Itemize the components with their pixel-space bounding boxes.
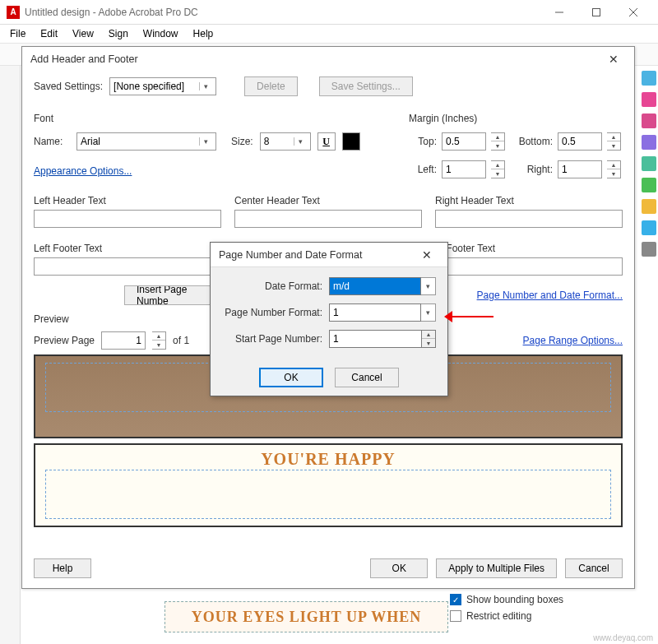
preview-page-label: Preview Page [34,335,95,346]
date-format-select[interactable]: m/d [329,277,421,295]
tool-icon[interactable] [642,178,656,192]
appearance-options-link[interactable]: Appearance Options... [34,165,132,177]
preview-footer-pane: YOU'RE HAPPY [34,443,623,527]
margin-group-label: Margin (Inches) [409,113,623,124]
close-button[interactable] [614,0,651,25]
menu-window[interactable]: Window [137,26,185,41]
margin-left-input[interactable]: 1 [442,160,486,178]
preview-footer-text: YOU'RE HAPPY [35,450,621,469]
minimize-button[interactable] [540,0,577,25]
left-footer-input[interactable] [34,257,221,276]
date-format-label: Date Format: [222,280,329,292]
font-size-label: Size: [231,136,253,147]
menu-help[interactable]: Help [187,26,220,41]
spinner[interactable]: ▲▼ [607,160,621,178]
page-number-format-select[interactable]: 1 [329,303,421,322]
delete-button[interactable]: Delete [244,76,298,96]
checkbox-label: Show bounding boxes [466,594,563,605]
menu-sign[interactable]: Sign [102,26,135,41]
dialog-title: Add Header and Footer [30,53,138,65]
margin-left-label: Left: [409,164,437,175]
chevron-down-icon: ▾ [199,82,212,90]
tool-icon[interactable] [642,220,656,235]
margin-right-input[interactable]: 1 [558,160,602,178]
saved-settings-value: [None specified] [114,81,199,92]
document-preview-strip: YOUR EYES LIGHT UP WHEN [164,601,448,632]
font-size-select[interactable]: 8 ▾ [260,132,311,151]
insert-page-number-button[interactable]: Insert Page Numbe [124,285,216,305]
saved-settings-select[interactable]: [None specified] ▾ [109,77,216,95]
saved-settings-label: Saved Settings: [34,81,103,92]
save-settings-button[interactable]: Save Settings... [319,76,413,96]
underline-button[interactable]: U [317,132,336,151]
tool-icon[interactable] [642,114,656,128]
left-footer-label: Left Footer Text [34,243,221,254]
spinner[interactable]: ▲▼ [491,132,505,151]
page-number-date-format-link[interactable]: Page Number and Date Format... [477,290,623,301]
tool-icon[interactable] [642,156,656,171]
menubar: File Edit View Sign Window Help [0,25,658,43]
svg-rect-1 [592,8,600,16]
margin-right-label: Right: [510,164,553,175]
center-header-label: Center Header Text [234,195,422,206]
spinner[interactable]: ▲▼ [491,160,505,178]
tool-icon[interactable] [642,92,656,107]
dialog-title: Page Number and Date Format [219,249,362,261]
ok-button[interactable]: OK [259,368,323,387]
cancel-button[interactable]: Cancel [565,558,623,578]
tool-icon[interactable] [642,135,656,150]
menu-edit[interactable]: Edit [34,26,64,41]
properties-panel: ✓ Show bounding boxes Restrict editing [448,591,637,632]
font-color-swatch[interactable] [342,132,360,151]
page-range-options-link[interactable]: Page Range Options... [523,335,623,346]
tool-icon[interactable] [642,199,656,214]
apply-multiple-button[interactable]: Apply to Multiple Files [436,558,557,578]
close-icon[interactable]: ✕ [601,53,626,66]
spinner[interactable]: ▲▼ [607,132,621,151]
tool-icon[interactable] [642,242,656,257]
tool-icon[interactable] [642,71,656,86]
preview-of-label: of 1 [173,335,189,346]
page-number-date-format-dialog: Page Number and Date Format ✕ Date Forma… [210,242,448,396]
watermark: www.deyaq.com [593,633,653,642]
center-header-input[interactable] [234,210,422,228]
margin-top-input[interactable]: 0.5 [442,132,486,151]
font-name-label: Name: [34,136,70,147]
menu-view[interactable]: View [66,26,100,41]
right-header-input[interactable] [435,210,623,228]
spinner[interactable]: ▲▼ [152,331,166,350]
margin-bottom-label: Bottom: [510,136,553,147]
font-size-value: 8 [264,136,294,147]
checkbox-restrict-editing[interactable] [450,610,461,622]
right-header-label: Right Header Text [435,195,623,206]
font-name-select[interactable]: Arial ▾ [76,132,216,151]
right-footer-label: ht Footer Text [435,243,623,254]
margin-top-label: Top: [409,136,437,147]
left-tab-rail [0,66,21,644]
close-icon[interactable]: ✕ [415,248,439,262]
margin-bottom-input[interactable]: 0.5 [558,132,602,151]
start-page-number-input[interactable]: 1 [329,330,421,348]
preview-page-input[interactable]: 1 [101,331,146,350]
right-tool-rail [640,66,658,644]
chevron-down-icon: ▾ [199,137,212,146]
left-header-input[interactable] [34,210,221,228]
checkbox-show-bounding[interactable]: ✓ [450,594,461,605]
checkbox-label: Restrict editing [466,610,531,622]
help-button[interactable]: Help [34,558,91,578]
ok-button[interactable]: OK [370,558,428,578]
chevron-down-icon[interactable]: ▾ [421,277,436,295]
spinner[interactable]: ▲▼ [421,330,436,348]
chevron-down-icon[interactable]: ▾ [421,303,436,322]
chevron-down-icon: ▾ [294,137,307,146]
page-number-format-label: Page Number Format: [222,307,329,318]
cancel-button[interactable]: Cancel [335,368,399,387]
window-titlebar: A Untitled design - Adobe Acrobat Pro DC [0,0,658,25]
left-header-label: Left Header Text [34,195,221,206]
font-name-value: Arial [81,136,199,147]
right-footer-input[interactable] [435,257,623,276]
font-group-label: Font [34,113,384,124]
start-page-number-label: Start Page Number: [222,333,329,345]
menu-file[interactable]: File [3,26,32,41]
maximize-button[interactable] [577,0,614,25]
